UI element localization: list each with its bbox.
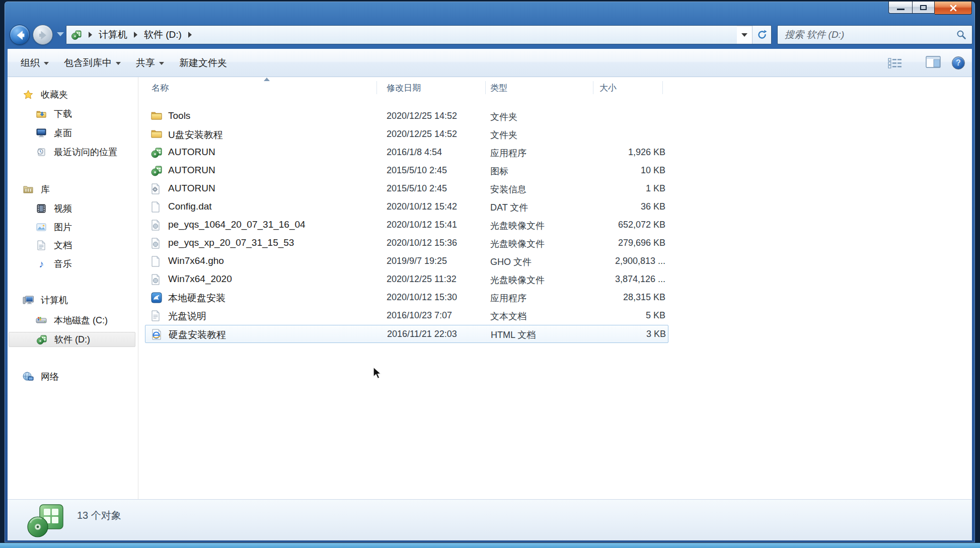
new-folder-button[interactable]: 新建文件夹 [179, 56, 227, 70]
change-view-button[interactable] [887, 57, 908, 69]
sidebar-item-music[interactable]: ♪ 音乐 [8, 256, 133, 271]
folder-icon [151, 111, 162, 122]
breadcrumb-item-drive-d[interactable]: 软件 (D:) [144, 28, 182, 41]
sidebar-item-recent-places[interactable]: 最近访问的位置 [8, 145, 133, 160]
file-row[interactable]: pe_yqs_1064_20_07_31_16_04 2020/10/12 15… [139, 216, 972, 234]
sidebar-item-computer[interactable]: 计算机 [8, 293, 133, 308]
file-size: 3 KB [557, 329, 666, 339]
organize-button[interactable]: 组织 [21, 56, 49, 70]
sidebar-label: 库 [41, 183, 50, 195]
help-button[interactable]: ? [952, 56, 965, 70]
file-list: 名称 修改日期 类型 大小 Tools 2020/12/25 14:52 文件夹 [139, 77, 972, 499]
file-row[interactable]: Win7x64.gho 2019/9/7 19:25 GHO 文件 2,900,… [139, 252, 972, 270]
sidebar-item-documents[interactable]: 文档 [8, 238, 133, 253]
network-icon [23, 371, 34, 382]
file-row[interactable]: AUTORUN 2015/5/10 2:45 图标 10 KB [139, 162, 972, 180]
setup-info-icon [151, 183, 162, 194]
dropdown-arrow-icon [159, 62, 164, 65]
maximize-button[interactable] [913, 2, 935, 14]
file-date: 2015/5/10 2:45 [387, 165, 447, 176]
file-date: 2016/10/23 7:07 [387, 310, 452, 321]
file-row[interactable]: 光盘说明 2016/10/23 7:07 文本文档 5 KB [139, 307, 972, 325]
file-row[interactable]: Config.dat 2020/10/12 15:42 DAT 文件 36 KB [139, 198, 972, 216]
recent-pages-dropdown[interactable] [57, 32, 64, 36]
sidebar-label: 文档 [54, 239, 72, 251]
disc-image-icon [151, 274, 162, 285]
new-folder-label: 新建文件夹 [179, 56, 227, 70]
file-name: AUTORUN [168, 147, 215, 158]
file-row[interactable]: Win7x64_2020 2020/12/25 11:32 光盘映像文件 3,8… [139, 270, 972, 289]
breadcrumb-item-computer[interactable]: 计算机 [99, 28, 127, 41]
documents-icon [36, 240, 47, 251]
file-size: 28,315 KB [557, 292, 665, 303]
back-button[interactable] [10, 25, 30, 45]
sidebar-item-videos[interactable]: 视频 [8, 201, 133, 216]
window-controls [888, 2, 972, 15]
item-count-label: 13 个对象 [77, 509, 121, 522]
libraries-icon [23, 184, 34, 195]
column-header-name[interactable]: 名称 [152, 82, 169, 94]
file-name: pe_yqs_xp_20_07_31_15_53 [168, 237, 294, 248]
command-toolbar: 组织 包含到库中 共享 新建文件夹 [8, 49, 972, 77]
column-header-type[interactable]: 类型 [490, 82, 507, 94]
navigation-pane: 收藏夹 下载 [8, 77, 138, 499]
file-row[interactable]: 本地硬盘安装 2020/10/12 15:30 应用程序 28,315 KB [139, 289, 972, 307]
installer-disc-icon [151, 165, 162, 176]
file-row[interactable]: AUTORUN 2016/1/8 4:54 应用程序 1,926 KB [139, 144, 972, 162]
minimize-button[interactable] [888, 2, 913, 14]
sidebar-label: 收藏夹 [41, 89, 68, 101]
column-divider[interactable] [593, 81, 593, 94]
search-input[interactable] [785, 29, 956, 40]
sidebar-item-local-disk-c[interactable]: 本地磁盘 (C:) [8, 313, 133, 328]
column-divider[interactable] [662, 81, 663, 94]
file-name: AUTORUN [168, 183, 215, 194]
sidebar-item-desktop[interactable]: 桌面 [8, 125, 133, 141]
column-header-date[interactable]: 修改日期 [387, 82, 421, 94]
share-button[interactable]: 共享 [136, 56, 164, 70]
sidebar-item-downloads[interactable]: 下载 [8, 106, 133, 121]
address-dropdown-button[interactable] [737, 26, 752, 44]
file-type: 文本文档 [490, 310, 526, 322]
blank-file-icon [151, 256, 162, 267]
sidebar-item-network[interactable]: 网络 [8, 369, 133, 384]
drive-green-disc-icon [71, 29, 82, 40]
taskbar-edge [0, 543, 980, 548]
file-row-selected[interactable]: 硬盘安装教程 2016/11/21 22:03 HTML 文档 3 KB [145, 325, 668, 343]
d-drive-icon [36, 334, 47, 345]
refresh-button[interactable] [752, 26, 771, 44]
sidebar-item-libraries[interactable]: 库 [8, 182, 133, 197]
sidebar-item-drive-d[interactable]: 软件 (D:) [9, 332, 135, 347]
sidebar-item-pictures[interactable]: 图片 [8, 220, 133, 235]
include-in-library-button[interactable]: 包含到库中 [64, 56, 121, 70]
close-button[interactable] [935, 2, 972, 15]
file-type: 应用程序 [490, 292, 526, 304]
main-area: 收藏夹 下载 [8, 77, 972, 499]
column-divider[interactable] [485, 81, 486, 94]
breadcrumb-separator-icon [134, 32, 137, 38]
column-header-size[interactable]: 大小 [599, 82, 617, 94]
sidebar-item-favorites[interactable]: 收藏夹 [8, 87, 133, 102]
file-date: 2020/10/12 15:36 [387, 238, 457, 248]
file-date: 2019/9/7 19:25 [387, 256, 447, 266]
recent-places-icon [36, 147, 47, 158]
file-name: AUTORUN [168, 165, 215, 176]
file-row[interactable]: U盘安装教程 2020/12/25 14:52 文件夹 [139, 125, 972, 144]
sort-ascending-icon [264, 78, 270, 81]
maximize-icon [920, 5, 927, 10]
breadcrumb-separator-icon [188, 32, 192, 38]
file-type: 图标 [490, 165, 508, 177]
file-row[interactable]: Tools 2020/12/25 14:52 文件夹 [139, 107, 972, 125]
c-drive-icon [36, 315, 47, 326]
installer-disc-icon [27, 504, 66, 540]
file-row[interactable]: AUTORUN 2015/5/10 2:45 安装信息 1 KB [139, 180, 972, 198]
preview-pane-button[interactable] [926, 56, 941, 70]
file-size: 10 KB [557, 165, 665, 176]
file-type: DAT 文件 [490, 201, 528, 214]
breadcrumb[interactable]: 计算机 软件 (D:) [66, 26, 737, 44]
sidebar-label: 下载 [54, 108, 72, 120]
file-size: 1 KB [557, 183, 665, 194]
forward-button[interactable] [33, 25, 53, 45]
file-name: Win7x64.gho [168, 255, 224, 266]
file-row[interactable]: pe_yqs_xp_20_07_31_15_53 2020/10/12 15:3… [139, 234, 972, 252]
column-divider[interactable] [376, 81, 377, 94]
